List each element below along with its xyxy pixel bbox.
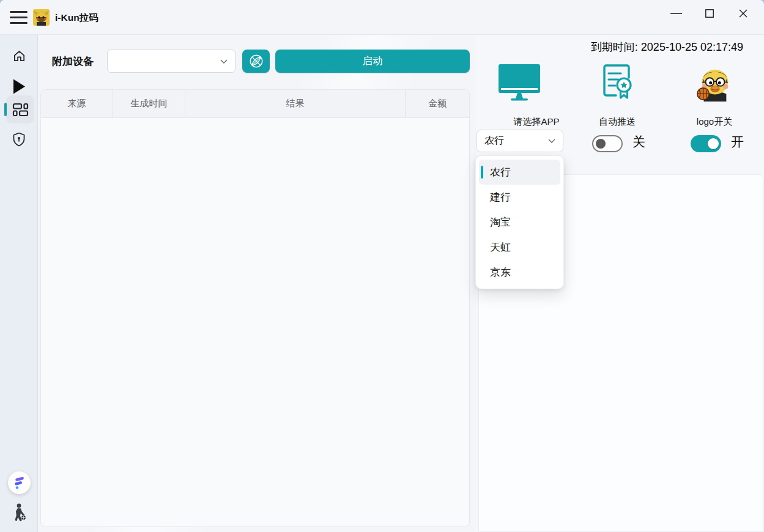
dashboard-grid-icon [12, 103, 29, 117]
chevron-down-icon [220, 59, 228, 64]
start-button[interactable]: 启动 [275, 50, 470, 73]
avatar-image [695, 64, 733, 102]
app-picker-label: 请选择APP [493, 116, 580, 128]
auto-push-toggle[interactable] [592, 135, 623, 152]
expiry-label: 到期时间: [591, 41, 638, 53]
certificate-icon [599, 62, 635, 101]
dropdown-option-tianHong[interactable]: 天虹 [479, 235, 560, 260]
dropdown-option-taoBao[interactable]: 淘宝 [479, 210, 560, 235]
titlebar: i-Kun拉码 [0, 0, 764, 35]
table-header: 来源 生成时间 结果 金额 [41, 90, 469, 118]
sidebar-item-security[interactable] [0, 125, 38, 153]
app-title: i-Kun拉码 [55, 0, 98, 35]
expiry-time: 到期时间: 2025-10-25 02:17:49 [591, 40, 743, 54]
app-select-value: 农行 [484, 135, 548, 147]
close-button[interactable] [729, 0, 757, 27]
app-logo-icon [33, 9, 50, 26]
toggle-knob [596, 139, 606, 149]
dropdown-option-jianHang[interactable]: 建行 [479, 185, 560, 210]
active-indicator [4, 103, 7, 116]
logo-toggle[interactable] [691, 135, 721, 152]
monitor-icon [497, 63, 541, 101]
hamburger-menu-icon[interactable] [10, 11, 28, 24]
auto-push-label: 自动推送 [574, 116, 661, 128]
option-label: 建行 [490, 190, 511, 204]
device-label: 附加设备 [52, 54, 94, 68]
sidebar-item-flash[interactable] [0, 471, 38, 494]
flash-logo-icon [13, 476, 25, 490]
sidebar-item-dashboard[interactable] [6, 95, 34, 124]
sidebar-item-home[interactable] [0, 42, 38, 70]
column-generated-time: 生成时间 [113, 90, 185, 117]
chevron-down-icon [548, 139, 555, 143]
column-source: 来源 [41, 90, 113, 117]
app-window: i-Kun拉码 [0, 0, 764, 532]
sidebar-item-player[interactable] [0, 503, 38, 523]
maximize-icon [705, 9, 714, 18]
option-label: 京东 [490, 265, 511, 279]
column-result: 结果 [185, 90, 406, 117]
option-label: 农行 [490, 165, 511, 179]
option-label: 淘宝 [490, 215, 511, 229]
logo-switch-label: logo开关 [671, 116, 758, 128]
option-label: 天虹 [490, 240, 511, 254]
expiry-value: 2025-10-25 02:17:49 [641, 41, 743, 53]
home-icon [12, 49, 26, 63]
column-amount: 金额 [406, 90, 469, 117]
app-select[interactable]: 农行 [477, 130, 563, 152]
device-select[interactable] [107, 50, 236, 73]
maximize-button[interactable] [695, 0, 724, 27]
close-icon [739, 9, 747, 18]
dropdown-option-jingDong[interactable]: 京东 [479, 260, 560, 285]
app-dropdown-menu: 农行 建行 淘宝 天虹 京东 [475, 155, 564, 289]
selected-indicator [481, 166, 483, 179]
minimize-icon [670, 13, 682, 14]
results-table: 来源 生成时间 结果 金额 [40, 89, 470, 527]
logo-state: 开 [731, 133, 744, 150]
shield-icon [12, 132, 26, 147]
toggle-knob [708, 138, 719, 149]
play-icon [13, 79, 26, 94]
sidebar [0, 35, 38, 532]
dropdown-option-nongHang[interactable]: 农行 [479, 160, 560, 185]
auto-push-state: 关 [632, 133, 645, 150]
basketball-icon [248, 53, 264, 69]
main-area: 附加设备 启动 来源 生成时间 结果 金额 [39, 35, 476, 532]
refresh-devices-button[interactable] [242, 50, 270, 73]
minimize-button[interactable] [662, 0, 690, 27]
basketball-player-icon [10, 503, 28, 523]
